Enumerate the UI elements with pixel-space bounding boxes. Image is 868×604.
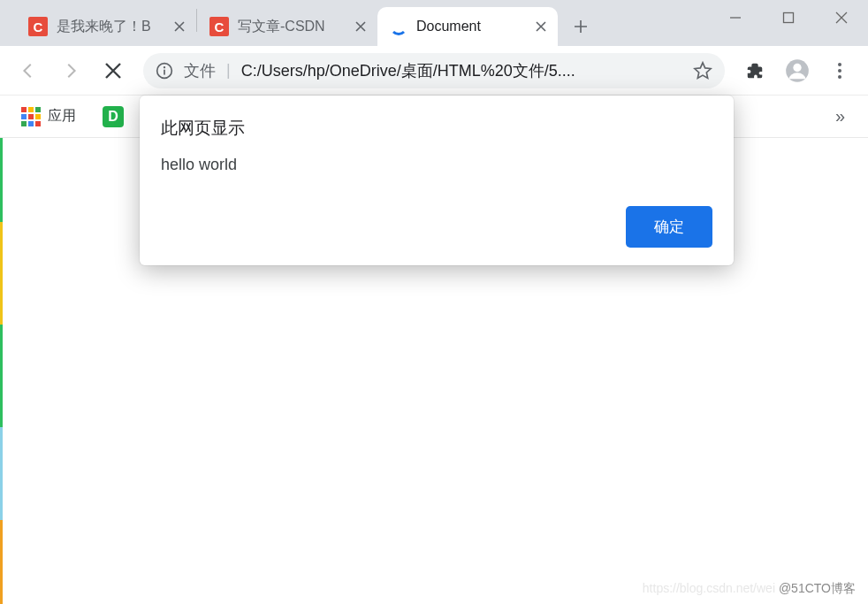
tab-title: 写文章-CSDN bbox=[238, 18, 344, 36]
new-tab-button[interactable] bbox=[563, 9, 598, 44]
close-window-button[interactable] bbox=[815, 0, 868, 35]
watermark-text: @51CTO博客 bbox=[779, 581, 856, 595]
bookmark-item[interactable]: D bbox=[94, 101, 133, 133]
apps-label: 应用 bbox=[48, 107, 76, 126]
close-icon[interactable] bbox=[353, 19, 369, 34]
bookmarks-overflow-icon[interactable]: » bbox=[825, 101, 856, 132]
dialog-title: 此网页显示 bbox=[161, 117, 712, 140]
forward-button[interactable] bbox=[51, 51, 90, 90]
apps-shortcut[interactable]: 应用 bbox=[12, 102, 85, 132]
back-button[interactable] bbox=[9, 51, 48, 90]
titlebar: C 是我来晚了！B C 写文章-CSDN Document bbox=[0, 0, 868, 46]
toolbar: 文件 | C:/Users/hp/OneDrive/桌面/HTML%20文件/5… bbox=[0, 46, 868, 96]
svg-point-5 bbox=[793, 63, 801, 71]
maximize-button[interactable] bbox=[762, 0, 815, 35]
svg-point-7 bbox=[838, 69, 841, 73]
stop-reload-button[interactable] bbox=[94, 51, 133, 90]
svg-point-8 bbox=[838, 75, 841, 79]
tab-3-active[interactable]: Document bbox=[377, 7, 558, 46]
tab-strip: C 是我来晚了！B C 写文章-CSDN Document bbox=[0, 0, 598, 46]
svg-point-6 bbox=[838, 63, 841, 66]
page-content: 此网页显示 hello world 确定 https://blog.csdn.n… bbox=[0, 138, 868, 604]
menu-button[interactable] bbox=[820, 51, 859, 90]
close-icon[interactable] bbox=[171, 19, 187, 34]
svg-rect-0 bbox=[784, 13, 794, 23]
profile-button[interactable] bbox=[778, 51, 817, 90]
alert-dialog: 此网页显示 hello world 确定 bbox=[140, 96, 734, 265]
svg-point-2 bbox=[164, 66, 165, 68]
apps-grid-icon bbox=[21, 107, 41, 126]
address-bar[interactable]: 文件 | C:/Users/hp/OneDrive/桌面/HTML%20文件/5… bbox=[143, 53, 725, 88]
dialog-actions: 确定 bbox=[161, 206, 712, 248]
tab-1[interactable]: C 是我来晚了！B bbox=[16, 7, 196, 46]
extensions-button[interactable] bbox=[735, 51, 774, 90]
window-controls bbox=[709, 0, 868, 35]
left-edge-decoration bbox=[0, 138, 3, 604]
bookmark-favicon: D bbox=[103, 106, 124, 127]
minimize-button[interactable] bbox=[709, 0, 762, 35]
tab-title: Document bbox=[416, 19, 524, 34]
close-icon[interactable] bbox=[533, 19, 549, 34]
svg-rect-3 bbox=[164, 69, 165, 74]
ok-button[interactable]: 确定 bbox=[626, 206, 712, 248]
bookmark-star-icon[interactable] bbox=[693, 61, 712, 80]
tab-2[interactable]: C 写文章-CSDN bbox=[197, 7, 377, 46]
url-scheme-label: 文件 bbox=[184, 60, 216, 81]
csdn-favicon: C bbox=[28, 17, 48, 36]
watermark-faint: https://blog.csdn.net/wei bbox=[643, 581, 775, 595]
url-divider: | bbox=[226, 61, 231, 80]
dialog-message: hello world bbox=[161, 156, 712, 174]
tab-title: 是我来晚了！B bbox=[57, 18, 163, 36]
csdn-favicon: C bbox=[209, 17, 229, 36]
loading-spinner-icon bbox=[390, 18, 407, 35]
site-info-icon[interactable] bbox=[156, 62, 173, 80]
url-text: C:/Users/hp/OneDrive/桌面/HTML%20文件/5.... bbox=[241, 60, 682, 81]
watermark: https://blog.csdn.net/wei @51CTO博客 bbox=[643, 581, 856, 597]
